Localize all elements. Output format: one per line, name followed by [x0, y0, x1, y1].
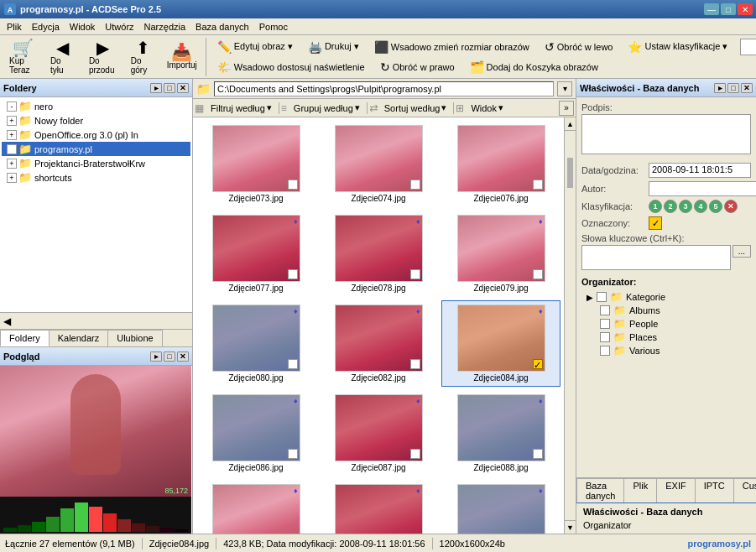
preview-float-btn[interactable]: □: [164, 352, 175, 362]
active-tab-display[interactable]: Właściwości - Baza danych: [580, 505, 706, 518]
close-button[interactable]: ✕: [738, 3, 753, 15]
thumb-check-0[interactable]: [288, 180, 298, 190]
tab-ulubione[interactable]: Ulubione: [107, 330, 162, 346]
menu-edycja[interactable]: Edycja: [27, 20, 65, 34]
thumb-check-2[interactable]: [533, 180, 543, 190]
preview-close-btn[interactable]: ✕: [177, 352, 189, 362]
panel-close-btn[interactable]: ✕: [177, 83, 189, 93]
thumbnail-item-10[interactable]: ♦Zdjęcie087.jpg: [319, 390, 438, 476]
thumb-check-10[interactable]: [410, 449, 420, 459]
kup-teraz-button[interactable]: 🛒 Kup Teraz: [3, 39, 43, 76]
panel-float-btn[interactable]: □: [164, 83, 175, 93]
thumbnail-item-6[interactable]: ♦Zdjęcie080.jpg: [196, 300, 315, 387]
ustaw-klasyfikacje-button[interactable]: ⭐ Ustaw klasyfikacje ▾: [622, 38, 733, 56]
tab-kalendarz[interactable]: Kalendarz: [49, 330, 109, 346]
thumb-check-4[interactable]: [410, 269, 420, 279]
sortuj-button[interactable]: Sortuj według ▾: [379, 101, 452, 116]
thumb-check-8[interactable]: ✓: [533, 359, 543, 369]
tree-expand-icon[interactable]: +: [7, 116, 17, 126]
wsadowo-dostosuj-button[interactable]: 🌤️ Wsadowo dostosuj naświetlenie: [211, 58, 371, 76]
filter-extra-btn[interactable]: »: [559, 101, 574, 116]
star-3[interactable]: 3: [679, 200, 692, 213]
thumb-check-1[interactable]: [410, 180, 420, 190]
thumb-check-5[interactable]: [533, 269, 543, 279]
thumbnail-item-9[interactable]: ♦Zdjęcie086.jpg: [196, 390, 315, 476]
star-4[interactable]: 4: [694, 200, 707, 213]
org-various-check[interactable]: [600, 346, 610, 356]
oznaczony-checkbox[interactable]: ✓: [649, 216, 662, 230]
tab-iptc[interactable]: IPTC: [695, 478, 734, 503]
org-people-item[interactable]: 📁 People: [598, 317, 751, 331]
right-panel-close-btn[interactable]: ✕: [741, 83, 753, 93]
minimize-button[interactable]: —: [704, 3, 719, 15]
do-gory-button[interactable]: ⬆ Do góry: [125, 39, 162, 76]
thumbnail-item-2[interactable]: Zdjęcie076.jpg: [441, 121, 560, 207]
keywords-area[interactable]: [581, 245, 731, 270]
thumb-scrollbar[interactable]: ▲ ▼: [564, 117, 576, 534]
thumbnail-item-1[interactable]: Zdjęcie074.jpg: [319, 121, 438, 207]
obrot-lewo-button[interactable]: ↺ Obróć w lewo: [539, 38, 619, 56]
tree-expand-icon[interactable]: +: [7, 130, 17, 140]
thumbnail-item-11[interactable]: ♦Zdjęcie088.jpg: [441, 390, 560, 476]
org-albums-item[interactable]: 📁 Albums: [598, 304, 751, 317]
star-5[interactable]: 5: [709, 200, 722, 213]
menu-widok[interactable]: Widok: [65, 20, 101, 34]
org-kategorie-check[interactable]: [597, 292, 607, 302]
widok-button[interactable]: Widok ▾: [466, 101, 508, 116]
tab-baza-danych[interactable]: Baza danych: [576, 478, 624, 503]
preview-expand-btn[interactable]: ▸: [150, 352, 162, 362]
thumbnail-item-13[interactable]: ♦Zdjęcie090.jpg: [319, 480, 438, 534]
do-przodu-button[interactable]: ▶ Do przodu: [83, 39, 123, 76]
menu-utworz[interactable]: Utwórz: [100, 20, 138, 34]
thumbnail-item-7[interactable]: ♦Zdjęcie082.jpg: [319, 300, 438, 387]
tree-nav-left[interactable]: ◀: [3, 315, 11, 327]
tree-item[interactable]: + 📁 shortcuts: [2, 170, 190, 185]
do-tylu-button[interactable]: ◀ Do tyłu: [44, 39, 81, 76]
tree-expand-icon[interactable]: -: [7, 102, 17, 112]
thumbnail-item-12[interactable]: ♦Zdjęcie089.jpg: [196, 480, 315, 534]
tree-item-selected[interactable]: - 📁 programosy.pl: [2, 142, 190, 156]
thumb-check-6[interactable]: [288, 359, 298, 369]
right-panel-expand-btn[interactable]: ▸: [714, 83, 726, 93]
thumb-check-3[interactable]: [288, 269, 298, 279]
star-2[interactable]: 2: [664, 200, 677, 213]
edytuj-obraz-button[interactable]: ✏️ Edytuj obraz ▾: [211, 38, 299, 56]
org-albums-check[interactable]: [600, 305, 610, 315]
path-dropdown-btn[interactable]: ▾: [557, 81, 572, 96]
tab-exif[interactable]: EXIF: [656, 478, 695, 503]
wsadowo-zmien-button[interactable]: ⬛ Wsadowo zmień rozmiar obrazów: [368, 38, 535, 56]
grupuj-button[interactable]: Grupuj według ▾: [289, 101, 365, 116]
org-various-item[interactable]: 📁 Various: [598, 344, 751, 357]
tab-foldery[interactable]: Foldery: [0, 330, 50, 346]
panel-expand-btn[interactable]: ▸: [150, 83, 162, 93]
filtruj-button[interactable]: Filtruj według ▾: [206, 101, 277, 116]
thumb-check-7[interactable]: [410, 359, 420, 369]
thumbnail-item-3[interactable]: ♦Zdjęcie077.jpg: [196, 211, 315, 297]
org-places-check[interactable]: [600, 332, 610, 342]
org-kategorie-item[interactable]: ▶ 📁 Kategorie: [585, 290, 751, 304]
obrot-prawo-button[interactable]: ↻ Obróć w prawo: [374, 58, 461, 76]
thumbnail-item-5[interactable]: ♦Zdjęcie079.jpg: [441, 211, 560, 297]
maximize-button[interactable]: □: [721, 3, 736, 15]
tab-custom[interactable]: Custom: [733, 478, 756, 503]
keyword-btn[interactable]: ...: [733, 245, 751, 258]
menu-baza-danych[interactable]: Baza danych: [190, 20, 254, 34]
star-x[interactable]: ✕: [724, 200, 738, 213]
thumb-check-9[interactable]: [288, 449, 298, 459]
path-input[interactable]: [214, 81, 554, 96]
org-people-check[interactable]: [600, 319, 610, 329]
tab-plik[interactable]: Plik: [623, 478, 657, 503]
drukuj-button[interactable]: 🖨️ Drukuj ▾: [302, 38, 365, 56]
menu-narzedzia[interactable]: Narzędzia: [139, 20, 191, 34]
dodaj-do-koszyka-button[interactable]: 🗂️ Dodaj do Koszyka obrazów: [464, 58, 604, 76]
menu-plik[interactable]: Plik: [2, 20, 27, 34]
tree-expand-icon[interactable]: +: [7, 159, 17, 169]
organizator-tab[interactable]: Organizator: [580, 518, 634, 532]
search-input[interactable]: [740, 39, 756, 55]
tree-item[interactable]: + 📁 OpenOffice.org 3.0 (pl) In: [2, 128, 190, 142]
tree-item[interactable]: - 📁 nero: [2, 99, 190, 113]
org-places-item[interactable]: 📁 Places: [598, 331, 751, 344]
right-panel-float-btn[interactable]: □: [727, 83, 739, 93]
tree-item[interactable]: + 📁 Nowy folder: [2, 113, 190, 128]
thumbnail-item-14[interactable]: ♦Zdjęcie091.jpg: [441, 480, 560, 534]
